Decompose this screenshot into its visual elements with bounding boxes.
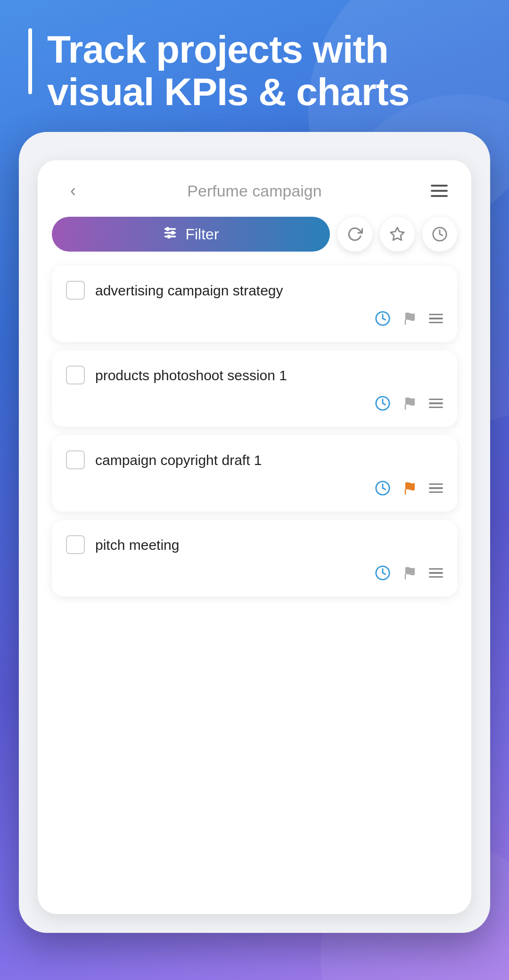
task-actions-2 bbox=[66, 395, 443, 412]
task-item: pitch meeting bbox=[52, 520, 457, 596]
task-menu-4[interactable] bbox=[429, 568, 443, 578]
phone-card: ‹ Perfume campaign bbox=[19, 132, 490, 933]
task-checkbox-1[interactable] bbox=[66, 281, 85, 300]
task-menu-2[interactable] bbox=[429, 399, 443, 408]
hero-title: Track projects with visual KPIs & charts bbox=[47, 28, 481, 113]
task-menu-1[interactable] bbox=[429, 314, 443, 324]
hero-text: Track projects with visual KPIs & charts bbox=[28, 28, 481, 113]
task-clock-2[interactable] bbox=[374, 395, 391, 412]
hm-line bbox=[429, 568, 443, 570]
hm-line bbox=[429, 318, 443, 319]
back-button[interactable]: ‹ bbox=[61, 179, 85, 203]
history-button[interactable] bbox=[422, 217, 457, 252]
star-button[interactable] bbox=[380, 217, 415, 252]
hm-line bbox=[429, 322, 443, 324]
menu-button[interactable] bbox=[424, 179, 448, 203]
refresh-button[interactable] bbox=[337, 217, 372, 252]
task-menu-3[interactable] bbox=[429, 483, 443, 493]
hm-line bbox=[429, 576, 443, 578]
hero-accent-bar bbox=[28, 28, 32, 94]
task-clock-4[interactable] bbox=[374, 564, 391, 581]
hm-line bbox=[429, 407, 443, 408]
task-top-3: campaign copyright draft 1 bbox=[66, 450, 443, 469]
task-checkbox-2[interactable] bbox=[66, 366, 85, 384]
hero-title-line2: visual KPIs & charts bbox=[47, 70, 409, 113]
task-checkbox-3[interactable] bbox=[66, 450, 85, 469]
task-item: advertising campaign strategy bbox=[52, 266, 457, 342]
hm-line bbox=[429, 314, 443, 316]
task-actions-1 bbox=[66, 310, 443, 327]
hm-line bbox=[429, 487, 443, 489]
svg-point-5 bbox=[168, 235, 170, 237]
menu-line-2 bbox=[431, 190, 448, 192]
task-item: products photoshoot session 1 bbox=[52, 351, 457, 427]
filter-label: Filter bbox=[185, 226, 219, 243]
hm-line bbox=[429, 572, 443, 574]
hm-line bbox=[429, 402, 443, 404]
task-name-4: pitch meeting bbox=[95, 536, 179, 554]
task-flag-3[interactable] bbox=[402, 480, 419, 497]
task-item: campaign copyright draft 1 bbox=[52, 435, 457, 512]
task-flag-2[interactable] bbox=[402, 395, 419, 412]
hero-title-line1: Track projects with bbox=[47, 28, 388, 71]
task-clock-1[interactable] bbox=[374, 310, 391, 327]
task-top-2: products photoshoot session 1 bbox=[66, 366, 443, 384]
menu-line-3 bbox=[431, 195, 448, 197]
back-icon: ‹ bbox=[70, 182, 76, 199]
filter-icon bbox=[163, 225, 178, 244]
svg-marker-6 bbox=[391, 228, 404, 240]
task-clock-3[interactable] bbox=[374, 480, 391, 497]
menu-line-1 bbox=[431, 185, 448, 187]
task-top-1: advertising campaign strategy bbox=[66, 281, 443, 300]
header-title: Perfume campaign bbox=[85, 182, 424, 200]
svg-point-4 bbox=[172, 231, 174, 234]
inner-card: ‹ Perfume campaign bbox=[38, 160, 471, 914]
task-flag-4[interactable] bbox=[402, 564, 419, 581]
toolbar-row: Filter bbox=[38, 212, 471, 261]
task-top-4: pitch meeting bbox=[66, 535, 443, 554]
svg-point-3 bbox=[166, 228, 169, 230]
hm-line bbox=[429, 483, 443, 485]
hero-section: Track projects with visual KPIs & charts bbox=[28, 28, 481, 113]
task-flag-1[interactable] bbox=[402, 310, 419, 327]
task-checkbox-4[interactable] bbox=[66, 535, 85, 554]
task-actions-3 bbox=[66, 480, 443, 497]
task-name-2: products photoshoot session 1 bbox=[95, 366, 287, 384]
hm-line bbox=[429, 399, 443, 400]
filter-button[interactable]: Filter bbox=[52, 217, 330, 252]
task-name-3: campaign copyright draft 1 bbox=[95, 451, 262, 469]
task-list: advertising campaign strategy bbox=[38, 261, 471, 610]
hm-line bbox=[429, 491, 443, 493]
task-name-1: advertising campaign strategy bbox=[95, 281, 283, 300]
card-header: ‹ Perfume campaign bbox=[38, 160, 471, 212]
task-actions-4 bbox=[66, 564, 443, 581]
